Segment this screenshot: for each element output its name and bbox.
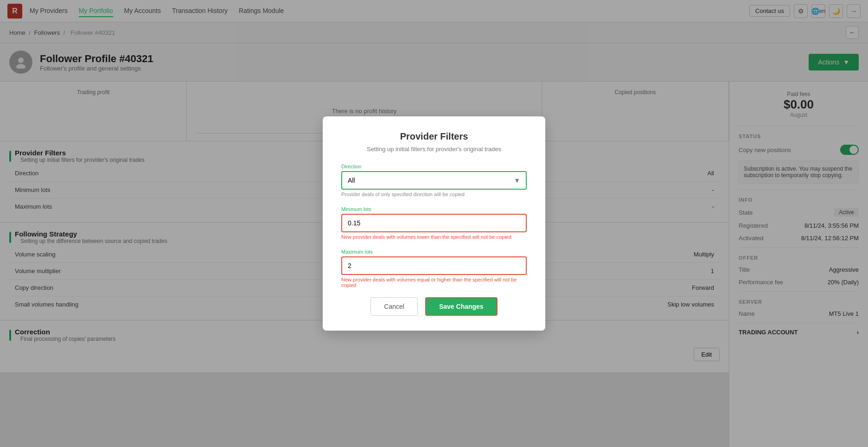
direction-field-modal: Direction All Buy only Sell only ▼ Provi… bbox=[341, 164, 527, 197]
min-lots-input[interactable] bbox=[342, 215, 526, 231]
direction-label: Direction bbox=[341, 164, 527, 169]
modal-overlay[interactable]: Provider Filters Setting up initial filt… bbox=[0, 0, 868, 447]
min-lots-hint: New provider deals with volumes lower th… bbox=[341, 234, 527, 240]
min-lots-field-modal: Minimum lots New provider deals with vol… bbox=[341, 206, 527, 240]
direction-select-wrapper: All Buy only Sell only ▼ bbox=[341, 171, 527, 190]
max-lots-input-wrapper bbox=[341, 256, 527, 275]
direction-select[interactable]: All Buy only Sell only bbox=[342, 172, 526, 189]
max-lots-hint: New provider deals with volumes equal or… bbox=[341, 277, 527, 288]
save-changes-button[interactable]: Save Changes bbox=[425, 297, 498, 316]
min-lots-input-wrapper bbox=[341, 214, 527, 232]
modal-title: Provider Filters bbox=[341, 131, 527, 142]
provider-filters-modal: Provider Filters Setting up initial filt… bbox=[323, 116, 545, 331]
max-lots-input[interactable] bbox=[342, 257, 526, 274]
direction-hint: Provider deals of only specified directi… bbox=[341, 192, 527, 197]
modal-subtitle: Setting up initial filters for provider'… bbox=[341, 146, 527, 153]
cancel-button[interactable]: Cancel bbox=[370, 297, 418, 316]
max-lots-field-modal: Maximum lots New provider deals with vol… bbox=[341, 249, 527, 288]
min-lots-label: Minimum lots bbox=[341, 206, 527, 212]
modal-actions: Cancel Save Changes bbox=[341, 297, 527, 316]
max-lots-label: Maximum lots bbox=[341, 249, 527, 255]
